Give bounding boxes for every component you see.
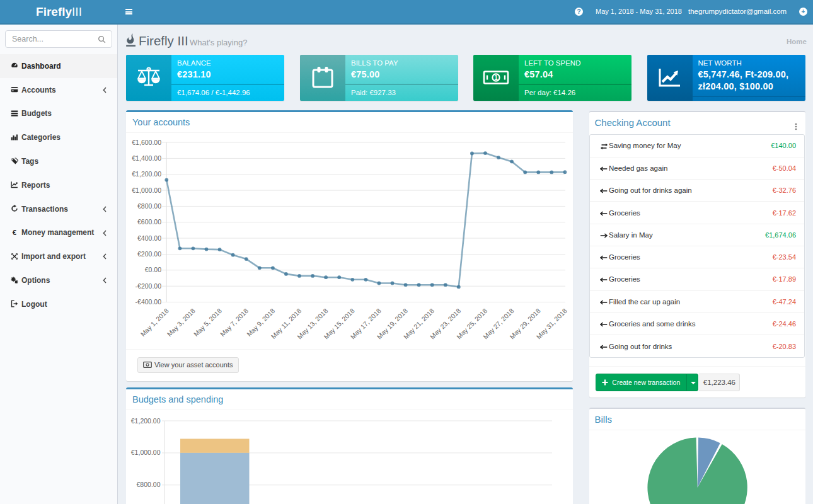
- svg-text:€: €: [13, 229, 17, 236]
- svg-text:-€200.00: -€200.00: [136, 282, 162, 289]
- svg-text:€1,200.00: €1,200.00: [132, 170, 161, 178]
- svg-text:€1,000.00: €1,000.00: [131, 449, 161, 456]
- svg-text:€1,200.00: €1,200.00: [131, 416, 161, 424]
- svg-text:€1,600.00: €1,600.00: [132, 138, 161, 146]
- svg-text:€200.00: €200.00: [137, 250, 161, 258]
- svg-text:1: 1: [494, 74, 498, 81]
- svg-text:€1,400.00: €1,400.00: [132, 154, 161, 161]
- svg-text:€600.00: €600.00: [137, 218, 161, 226]
- svg-text:€400.00: €400.00: [137, 234, 161, 241]
- svg-text:€1,000.00: €1,000.00: [132, 186, 161, 193]
- svg-text:€800.00: €800.00: [137, 202, 161, 209]
- svg-text:€800.00: €800.00: [137, 481, 161, 488]
- svg-text:-€400.00: -€400.00: [136, 298, 162, 306]
- svg-text:€0.00: €0.00: [145, 266, 161, 273]
